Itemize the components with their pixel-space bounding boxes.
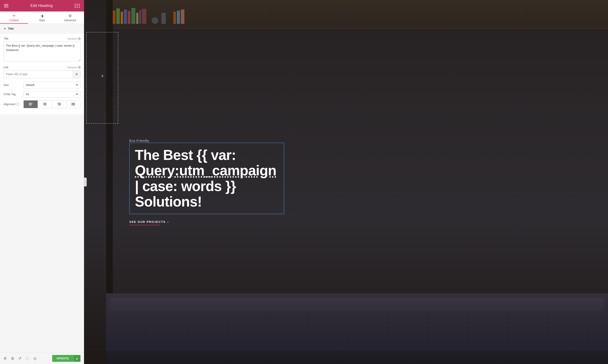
size-row: Size Default Small Medium Large	[3, 82, 81, 88]
svg-rect-5	[29, 105, 31, 106]
svg-rect-9	[44, 105, 46, 106]
link-input[interactable]	[4, 71, 73, 78]
collapse-panel-button[interactable]: ‹	[83, 178, 87, 186]
tab-content-label: Content	[9, 19, 19, 22]
tab-content[interactable]: ✏ Content	[0, 12, 28, 24]
tab-style-label: Style	[39, 19, 45, 22]
html-tag-select[interactable]: H1 H2 H3 H4 H5 H6 div span p	[23, 91, 81, 98]
responsive-icon[interactable]: ⬚	[26, 356, 29, 361]
tab-advanced-label: Advanced	[64, 19, 76, 22]
hamburger-menu[interactable]	[4, 4, 8, 7]
eco-label-container: Eco Friendly	[129, 139, 608, 143]
tabs-row: ✏ Content ◑ Style ⚙ Advanced	[0, 12, 84, 24]
main-heading: The Best {{ var: Query:utm_campaign | ca…	[135, 147, 279, 210]
projects-arrow-icon: ›	[167, 220, 169, 223]
align-justify-button[interactable]	[66, 101, 80, 108]
size-label: Size	[3, 83, 23, 87]
svg-rect-4	[29, 105, 32, 105]
html-tag-label: HTML Tag	[3, 93, 23, 96]
tab-advanced[interactable]: ⚙ Advanced	[56, 12, 84, 24]
content-icon: ✏	[13, 14, 15, 18]
preview-icon[interactable]: ◎	[33, 356, 37, 361]
alignment-info-icon: i	[16, 103, 19, 106]
html-tag-row: HTML Tag H1 H2 H3 H4 H5 H6 div span p	[3, 91, 81, 98]
link-label-row: Link Dynamic	[3, 66, 81, 69]
tab-style[interactable]: ◑ Style	[28, 12, 56, 24]
layers-icon[interactable]: ⊞	[11, 356, 14, 361]
bottom-icons: ⚙ ⊞ ↺ ⬚ ◎	[3, 356, 37, 361]
svg-rect-3	[29, 104, 31, 104]
align-center-icon	[43, 103, 47, 106]
update-button[interactable]: UPDATE	[52, 355, 73, 362]
svg-rect-13	[59, 105, 61, 106]
title-dynamic-badge[interactable]: Dynamic	[68, 37, 81, 40]
heading-container: The Best {{ var: Query:utm_campaign | ca…	[129, 143, 293, 214]
history-icon[interactable]: ↺	[18, 356, 21, 361]
utm-text: Query:utm_campaign	[135, 163, 276, 179]
link-dynamic-label: Dynamic	[68, 66, 77, 69]
alignment-label: Alignment i	[3, 103, 23, 106]
svg-rect-12	[58, 105, 61, 105]
title-input[interactable]: The Best {{ var: Query:utm_campaign | ca…	[3, 41, 81, 61]
link-gear-button[interactable]: ⚙	[73, 70, 80, 78]
left-panel: Edit Heading ✏ Content ◑ Style ⚙ Advance…	[0, 0, 84, 364]
title-label: Title	[3, 37, 8, 40]
svg-rect-10	[57, 103, 61, 103]
right-canvas: + Eco Friendly The Best {{ var: Query:ut…	[84, 0, 608, 364]
section-title: Title	[8, 27, 14, 30]
projects-label: SEE OUR PROJECTS	[129, 220, 166, 223]
svg-rect-2	[29, 103, 32, 103]
eco-label: Eco Friendly	[129, 139, 149, 143]
title-dynamic-label: Dynamic	[68, 37, 77, 40]
update-arrow-button[interactable]: ▲	[73, 355, 81, 362]
projects-link-container: SEE OUR PROJECTS ›	[129, 220, 608, 225]
alignment-row: Alignment i	[3, 100, 81, 108]
link-dynamic-badge[interactable]: Dynamic	[68, 66, 81, 69]
projects-underline	[129, 225, 160, 225]
svg-rect-15	[71, 104, 75, 104]
align-left-icon	[29, 103, 32, 106]
update-btn-group: UPDATE ▲	[52, 355, 81, 362]
title-label-row: Title Dynamic	[3, 37, 81, 40]
canvas-content: Eco Friendly The Best {{ var: Query:utm_…	[84, 0, 608, 364]
section-header: ▼ Title	[0, 24, 84, 34]
settings-icon[interactable]: ⚙	[3, 356, 7, 361]
svg-rect-11	[58, 104, 61, 104]
svg-rect-6	[43, 103, 47, 103]
link-input-row: ⚙	[3, 70, 81, 78]
projects-link[interactable]: SEE OUR PROJECTS ›	[129, 220, 608, 223]
advanced-icon: ⚙	[68, 14, 72, 18]
dynamic-icon	[78, 37, 81, 40]
link-label: Link	[3, 66, 8, 69]
size-select[interactable]: Default Small Medium Large	[23, 82, 81, 88]
title-field-row: Title Dynamic The Best {{ var: Query:utm…	[3, 37, 81, 62]
apps-grid[interactable]	[75, 4, 80, 8]
panel-title: Edit Heading	[30, 3, 53, 8]
panel-header: Edit Heading	[0, 0, 84, 12]
svg-rect-8	[43, 105, 46, 105]
svg-rect-14	[71, 103, 75, 103]
align-right-button[interactable]	[52, 101, 66, 108]
align-left-button[interactable]	[24, 101, 38, 108]
section-chevron-icon: ▼	[3, 27, 6, 30]
alignment-buttons	[23, 100, 81, 108]
heading-box: The Best {{ var: Query:utm_campaign | ca…	[129, 143, 284, 214]
svg-rect-7	[43, 104, 46, 104]
align-center-button[interactable]	[38, 101, 52, 108]
align-justify-icon	[71, 103, 75, 106]
align-right-icon	[57, 103, 61, 106]
form-area: Title Dynamic The Best {{ var: Query:utm…	[0, 34, 84, 114]
svg-rect-17	[71, 105, 75, 106]
bottom-bar: ⚙ ⊞ ↺ ⬚ ◎ UPDATE ▲	[0, 352, 84, 364]
link-dynamic-icon	[78, 66, 81, 69]
style-icon: ◑	[41, 14, 43, 18]
svg-rect-16	[71, 105, 75, 105]
panel-content: ▼ Title Title Dynamic The Best {{ var	[0, 24, 84, 352]
link-field-row: Link Dynamic ⚙	[3, 66, 81, 78]
